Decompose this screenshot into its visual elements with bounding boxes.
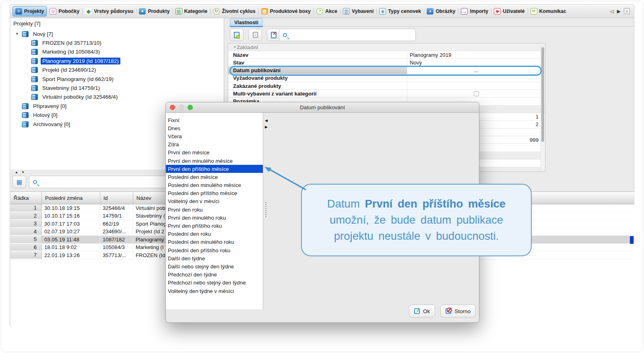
tree-item-label: Planogramy 2019 (Id 1087/182) — [41, 58, 120, 64]
toolbar-tab-product-boxes[interactable]: Produktové boxy — [258, 6, 314, 17]
tree-item[interactable]: Sport Planogramy (Id 662/19) — [10, 75, 224, 83]
new-record-button[interactable] — [230, 29, 244, 41]
date-type-item[interactable]: Další den týdne — [166, 254, 263, 262]
properties-search-box — [279, 29, 416, 41]
tab-overflow-menu-icon[interactable]: ≡ — [624, 8, 630, 14]
collapse-left-icon[interactable]: ◀ — [265, 118, 268, 123]
date-type-item[interactable]: Dnes — [166, 124, 263, 132]
expand-right-icon[interactable]: ▶ — [265, 125, 268, 129]
date-type-item[interactable]: První den minulého měsíce — [166, 157, 263, 165]
date-type-item[interactable]: Předchozí den týdne — [166, 271, 263, 279]
toolbar-tab-layers[interactable]: Vrstvy půdorysu — [82, 6, 136, 17]
tree-item[interactable]: Projekt (Id 234690/12) — [10, 66, 224, 75]
date-type-item[interactable]: První den měsíce — [166, 149, 263, 157]
date-type-item[interactable]: První den minulého roku — [166, 214, 263, 222]
minimize-window-icon[interactable] — [179, 105, 184, 110]
date-type-item[interactable]: Zítra — [166, 141, 263, 149]
date-type-item[interactable]: Fixní — [166, 116, 263, 124]
property-row[interactable]: Základní — [228, 44, 545, 51]
zoom-window-icon[interactable] — [188, 105, 193, 110]
tree-item[interactable]: Virtuální pobočky (Id 325466/4) — [10, 93, 224, 102]
column-header-2[interactable]: Id — [100, 192, 133, 204]
splitter-up-icon[interactable]: ▲ — [15, 170, 18, 174]
property-value: Nový — [407, 59, 545, 66]
date-type-item[interactable]: Předchozí nebo stejný den týdne — [166, 279, 263, 287]
callout-bold: První den příštího měsíce — [365, 197, 506, 210]
splitter-down-icon[interactable]: ▼ — [21, 170, 25, 174]
tree-item[interactable]: FROZEN (Id 357713/10) — [10, 38, 224, 47]
ok-button[interactable]: Ok — [409, 305, 435, 318]
date-type-item[interactable]: Poslední den minulého roku — [166, 238, 263, 246]
ok-button-label: Ok — [423, 308, 430, 314]
date-type-item[interactable]: Poslední den příštího roku — [166, 246, 263, 254]
search-icon — [33, 180, 37, 184]
tree-root-label: Projekty [7] — [13, 21, 41, 27]
column-header-0[interactable]: Řádka — [10, 192, 42, 204]
toolbar-tab-actions[interactable]: Akce — [314, 6, 340, 17]
toolbar-tab-price-tags[interactable]: Typy cenovek — [376, 6, 424, 17]
table-cell: 2 — [10, 212, 42, 220]
date-type-item[interactable]: Poslední den roku — [166, 230, 263, 238]
property-row[interactable]: Vyžadované produkty — [228, 75, 545, 82]
tree-item[interactable]: Planogramy 2019 (Id 1087/182) — [10, 56, 224, 65]
date-type-item[interactable]: První den roku — [166, 206, 263, 214]
disclosure-triangle-icon[interactable]: ▼ — [15, 32, 22, 36]
date-type-item[interactable]: Další nebo stejný den týdne — [166, 262, 263, 270]
toolbar-tab-categories[interactable]: Kategorie — [173, 6, 211, 17]
table-view-button[interactable]: ▦ — [12, 176, 26, 188]
properties-search-input[interactable] — [290, 29, 415, 41]
date-type-item[interactable]: Poslední den měsíce — [166, 173, 263, 181]
toolbar-tab-projects[interactable]: Projekty — [12, 6, 47, 17]
property-row[interactable]: Zakázané produkty — [228, 82, 545, 90]
date-type-item[interactable]: Poslední den příštího měsíce — [166, 189, 263, 197]
toolbar-tab-images[interactable]: Obrázky — [424, 6, 458, 17]
property-row[interactable]: Datum publikování... — [228, 67, 545, 75]
toolbar-tab-communication[interactable]: Komunikac — [528, 6, 569, 17]
dialog-titlebar[interactable]: Datum publikování — [166, 102, 479, 113]
column-header-1[interactable]: Poslední změna — [42, 192, 100, 204]
date-type-item[interactable]: První den příštího měsíce — [166, 165, 263, 173]
toolbar-tab-lifecycle[interactable]: Životní cyklus — [210, 6, 258, 17]
dialog-buttons: Ok Storno — [409, 305, 476, 318]
toolbar-tab-users[interactable]: Uživatelé — [491, 6, 527, 17]
table-cell: 3 — [10, 220, 42, 228]
storno-button[interactable]: Storno — [440, 305, 476, 318]
toolbar-tab-label: Typy cenovek — [388, 8, 421, 14]
property-row[interactable]: NázevPlanogramy 2019 — [228, 51, 545, 59]
tree-group[interactable]: ▼Nový [7] — [10, 29, 224, 38]
scroll-tabs-right-icon[interactable]: ▶ — [617, 9, 621, 14]
delete-button[interactable] — [267, 29, 281, 41]
property-row[interactable]: StavNový — [228, 59, 545, 66]
tree-item-label: Projekt (Id 234690/12) — [41, 66, 98, 73]
date-type-item[interactable]: Včera — [166, 132, 263, 140]
datum-publikovani-ellipsis-button[interactable]: ... — [407, 67, 545, 74]
close-window-icon[interactable] — [170, 105, 175, 110]
tree-item[interactable]: Marketing (Id 105084/3) — [10, 48, 224, 56]
clipboard-copy-icon — [253, 32, 258, 38]
actions-icon — [316, 8, 323, 15]
property-label: Základní — [228, 44, 407, 51]
multi-equipment-checkbox[interactable] — [474, 91, 479, 96]
tree-item-label: Sport Planogramy (Id 662/19) — [41, 76, 115, 83]
date-type-item[interactable]: Volitelný den týdne v měsíci — [166, 287, 263, 295]
toolbar-tab-equipment[interactable]: Vybavení — [340, 6, 376, 17]
products-icon — [139, 8, 146, 15]
scrollbar-thumb[interactable] — [541, 47, 544, 142]
toolbar-tab-products[interactable]: Produkty — [136, 6, 172, 17]
splitter-handle[interactable] — [265, 202, 266, 218]
date-type-item[interactable]: První den příštího roku — [166, 222, 263, 230]
date-type-item[interactable]: Volitelný den v měsíci — [166, 197, 263, 206]
tree-item[interactable]: Stavebniny (Id 14759/1) — [10, 83, 224, 92]
date-type-item[interactable]: Poslední den minulého měsíce — [166, 181, 263, 189]
table-cell: 4 — [10, 228, 42, 236]
tab-vlastnosti[interactable]: Vlastnosti — [230, 19, 263, 27]
panel-splitter: ▲ ▼ — [15, 170, 25, 174]
document-stack-icon — [31, 67, 38, 73]
toolbar-tab-branches[interactable]: Pobočky — [47, 6, 82, 17]
document-stack-icon — [22, 103, 29, 109]
toolbar-tab-imports[interactable]: Importy — [458, 6, 491, 17]
toolbar-nav-group: ◁ ▶ ≡ — [610, 8, 632, 14]
copy-button[interactable] — [248, 29, 262, 41]
scroll-tabs-left-icon[interactable]: ◁ — [610, 9, 614, 14]
property-row[interactable]: Multi-vybavení z variant kategorií — [228, 90, 545, 98]
